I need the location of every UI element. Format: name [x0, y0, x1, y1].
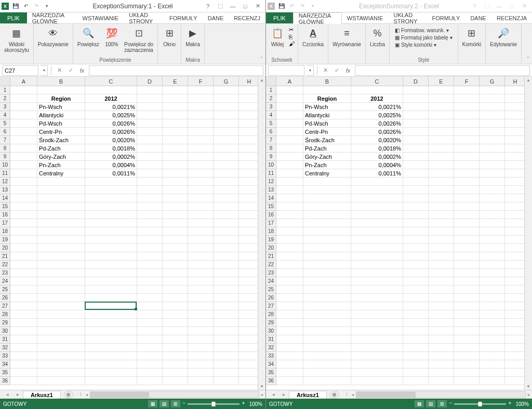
cell[interactable]	[429, 161, 454, 169]
cell[interactable]	[137, 294, 163, 302]
cell[interactable]	[351, 369, 403, 377]
cell[interactable]	[276, 244, 303, 252]
zoom-level[interactable]: 100%	[515, 401, 529, 407]
cell[interactable]: Centr-Pn	[303, 128, 351, 136]
cell[interactable]	[403, 202, 429, 211]
liczba-button[interactable]: % Liczba	[369, 25, 386, 48]
cell[interactable]	[403, 360, 429, 369]
row-header[interactable]: 17	[266, 219, 276, 227]
cell[interactable]	[188, 211, 214, 219]
cancel-formula-icon[interactable]: ✕	[321, 66, 330, 75]
cell[interactable]	[480, 319, 505, 327]
cell[interactable]	[85, 211, 137, 219]
cell[interactable]	[303, 294, 351, 302]
cell[interactable]	[505, 360, 526, 369]
cell[interactable]	[137, 86, 163, 94]
cell[interactable]: Środk-Zach	[37, 136, 85, 144]
name-box-dropdown[interactable]: ▾	[41, 65, 48, 76]
style-komorki-button[interactable]: ▣Style komórki ▾	[393, 42, 438, 48]
enter-formula-icon[interactable]: ✓	[66, 66, 75, 75]
row-header[interactable]: 13	[266, 186, 276, 194]
page-layout-view-icon[interactable]: ▤	[159, 400, 169, 407]
cell[interactable]	[480, 211, 505, 219]
cell[interactable]	[505, 86, 526, 94]
row-header[interactable]: 34	[266, 360, 276, 369]
cell[interactable]	[10, 335, 37, 344]
cell[interactable]: Centr-Pn	[37, 128, 85, 136]
cell[interactable]	[505, 369, 526, 377]
cell[interactable]	[429, 111, 454, 119]
ribbon-options-icon[interactable]: ⬚	[481, 2, 493, 11]
row-header[interactable]: 31	[266, 335, 276, 344]
cell[interactable]	[403, 178, 429, 186]
col-header-G[interactable]: G	[214, 77, 239, 86]
row-header[interactable]: 4	[266, 111, 276, 119]
minimize-icon[interactable]: —	[494, 2, 505, 11]
cell[interactable]	[454, 219, 480, 227]
cell[interactable]	[239, 244, 260, 252]
close-icon[interactable]: ✕	[252, 2, 263, 11]
cell[interactable]	[85, 261, 137, 269]
enter-formula-icon[interactable]: ✓	[332, 66, 341, 75]
row-header[interactable]: 1	[266, 86, 276, 94]
row-header[interactable]: 13	[0, 186, 10, 194]
row-header[interactable]: 20	[266, 244, 276, 252]
cell[interactable]: 0,0020%	[85, 136, 137, 144]
cell[interactable]	[303, 319, 351, 327]
cell[interactable]	[429, 94, 454, 103]
cell[interactable]	[163, 103, 188, 111]
tab-recenzja[interactable]: RECENZJA	[491, 12, 532, 23]
cell[interactable]	[37, 178, 85, 186]
row-header[interactable]: 26	[266, 294, 276, 302]
cell[interactable]	[137, 161, 163, 169]
cell[interactable]	[303, 335, 351, 344]
cell[interactable]	[454, 244, 480, 252]
zoom-slider[interactable]	[454, 403, 506, 405]
row-header[interactable]: 1	[0, 86, 10, 94]
sheet-tab-arkusz1[interactable]: Arkusz1	[23, 391, 61, 399]
cell[interactable]	[85, 344, 137, 352]
cell[interactable]	[10, 227, 37, 236]
row-header[interactable]: 23	[266, 269, 276, 277]
cell[interactable]	[403, 186, 429, 194]
cell[interactable]	[276, 153, 303, 161]
cell[interactable]	[137, 285, 163, 294]
cell[interactable]	[10, 186, 37, 194]
cell[interactable]: 2012	[85, 94, 137, 103]
cell[interactable]	[10, 344, 37, 352]
cell[interactable]: 0,0002%	[351, 153, 403, 161]
col-header-E[interactable]: E	[429, 77, 454, 86]
cell[interactable]	[137, 194, 163, 202]
cell[interactable]	[480, 153, 505, 161]
cell[interactable]	[214, 310, 239, 319]
cell[interactable]	[163, 236, 188, 244]
row-header[interactable]: 20	[0, 244, 10, 252]
cell[interactable]	[429, 352, 454, 360]
cell[interactable]: 0,0026%	[351, 119, 403, 128]
cell[interactable]	[188, 261, 214, 269]
cell[interactable]: Atlantycki	[37, 111, 85, 119]
cell[interactable]	[188, 236, 214, 244]
cell[interactable]	[188, 136, 214, 144]
cell[interactable]	[214, 94, 239, 103]
cell[interactable]	[480, 219, 505, 227]
tab-uklad-strony[interactable]: UKŁAD STRONY	[388, 12, 427, 23]
cell[interactable]	[429, 202, 454, 211]
page-layout-view-icon[interactable]: ▤	[426, 400, 435, 407]
cell[interactable]	[10, 310, 37, 319]
cell[interactable]	[239, 128, 260, 136]
fx-icon[interactable]: fx	[343, 66, 353, 75]
cell[interactable]	[239, 186, 260, 194]
cell[interactable]	[239, 269, 260, 277]
cell[interactable]	[351, 86, 403, 94]
cell[interactable]	[137, 211, 163, 219]
cell[interactable]	[303, 269, 351, 277]
cell[interactable]	[480, 94, 505, 103]
cell[interactable]	[429, 369, 454, 377]
maximize-icon[interactable]: □	[506, 2, 517, 11]
cell[interactable]	[276, 219, 303, 227]
cell[interactable]	[85, 236, 137, 244]
cell[interactable]	[10, 94, 37, 103]
cell[interactable]	[403, 103, 429, 111]
cell[interactable]	[239, 360, 260, 369]
